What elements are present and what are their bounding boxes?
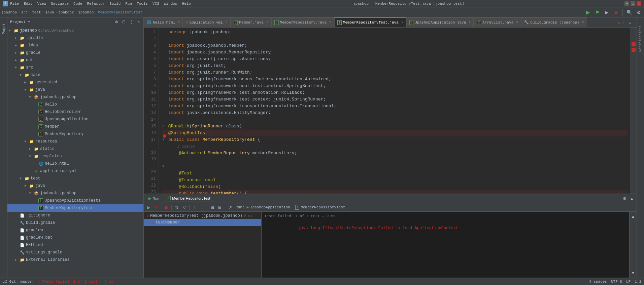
tree-item-gradle[interactable]: ▶ 📁 gradle: [7, 49, 143, 56]
tab-build-gradle[interactable]: 🔧 build.gradle (jpashop) ×: [521, 17, 587, 27]
expand-all-btn[interactable]: ⊞: [209, 204, 216, 211]
menu-navigate[interactable]: Navigate: [49, 2, 71, 6]
tree-item-main[interactable]: ▼ 📁 main: [7, 71, 143, 79]
tree-item-jpashop-app[interactable]: ▶ C JpashopApplication: [7, 116, 143, 123]
bottom-tab-member-test[interactable]: T MemberRepositoryTest: [163, 195, 213, 202]
menu-build[interactable]: Build: [107, 2, 123, 6]
tree-item-gradlew[interactable]: ▶ 📄 gradlew: [7, 227, 143, 234]
tree-item-hello-html[interactable]: ▶ 🌐 hello.html: [7, 160, 143, 167]
menu-window[interactable]: Window: [162, 2, 179, 6]
breadcrumb-item-1[interactable]: src: [21, 10, 28, 14]
maximize-button[interactable]: □: [631, 1, 635, 6]
menu-run[interactable]: Run: [123, 2, 134, 6]
bottom-tab-run[interactable]: ▶ Run: [145, 195, 163, 202]
tab-close-member[interactable]: ×: [266, 21, 268, 24]
tab-jpashop-application[interactable]: C JpashopApplication.java ×: [406, 17, 474, 27]
tab-close-hello-html[interactable]: ×: [178, 21, 180, 24]
tab-close-member-repo[interactable]: ×: [329, 21, 331, 24]
menu-vcs[interactable]: VCS: [150, 2, 161, 6]
tab-list-button[interactable]: ≡: [626, 19, 634, 27]
tab-close-build-gradle[interactable]: ×: [582, 21, 584, 24]
stop-test-btn[interactable]: ■: [163, 204, 170, 211]
bottom-expand-btn[interactable]: ▲: [629, 195, 635, 202]
tree-item-jpabook-jpashop[interactable]: ▼ 📦 jpabook.jpashop: [7, 93, 143, 101]
console-scroll-down[interactable]: ▼: [630, 270, 637, 276]
prev-fail-btn[interactable]: ↑: [191, 204, 198, 211]
notifications-panel[interactable]: Notifications: [639, 26, 642, 52]
tree-item-jpabook-test[interactable]: ▼ 📦 jpabook.jpashop: [7, 190, 143, 197]
breadcrumb-item-5[interactable]: jpashop: [78, 10, 94, 14]
stop-button[interactable]: ■: [612, 8, 620, 16]
search-everywhere[interactable]: 🔍: [625, 8, 633, 16]
indent-info[interactable]: 4 spaces: [589, 280, 607, 284]
tab-member-java[interactable]: C Member.java ×: [231, 17, 271, 27]
debug-button[interactable]: ⚑: [593, 8, 601, 16]
tab-hello-html[interactable]: 🌐 hello.html ×: [144, 17, 183, 27]
sidebar-settings-btn[interactable]: ⋮: [128, 18, 135, 25]
bottom-settings-btn[interactable]: ⚙: [621, 195, 628, 202]
tab-arraylist[interactable]: C ArrayList.java ×: [474, 17, 521, 27]
breadcrumb-item-6[interactable]: MemberRepositoryTest: [98, 10, 142, 14]
run-test-btn[interactable]: ▶: [145, 204, 152, 211]
close-button[interactable]: ✕: [637, 1, 641, 6]
tree-item-static[interactable]: ▶ 📁 static: [7, 145, 143, 153]
run-button[interactable]: ▶: [584, 8, 592, 16]
menu-file[interactable]: File: [8, 2, 21, 6]
tree-item-idea[interactable]: ▶ 📁 .idea: [7, 42, 143, 49]
menu-refactor[interactable]: Refactor: [85, 2, 107, 6]
tree-item-help-md[interactable]: ▶ 📄 HELP.md: [7, 241, 143, 249]
tree-item-external-libs[interactable]: ▶ 📁 External Libraries: [7, 256, 143, 263]
next-fail-btn[interactable]: ↓: [199, 204, 205, 211]
tree-item-generated[interactable]: ▶ 📁 generated: [7, 79, 143, 86]
tree-item-out[interactable]: ▶ 📁 out: [7, 56, 143, 64]
tab-member-repository-java[interactable]: C MemberRepository.java ×: [271, 17, 334, 27]
tree-item-jpashop-tests[interactable]: ▶ T JpashopApplicationTests: [7, 197, 143, 204]
collapse-all-btn[interactable]: ⊟: [216, 204, 223, 211]
git-branch[interactable]: ⎇ Git: master: [3, 279, 34, 284]
breadcrumb-item-2[interactable]: test: [32, 10, 41, 14]
cursor-position[interactable]: 1:1: [635, 280, 641, 284]
code-content[interactable]: package jpabook.jpashop; import jpabook.…: [159, 28, 630, 194]
tree-item-hello-controller[interactable]: ▶ C HelloController: [7, 108, 143, 116]
tree-item-member-repository[interactable]: ▶ C MemberRepository: [7, 130, 143, 138]
settings-button[interactable]: ⚙: [635, 8, 643, 16]
tab-application-yml[interactable]: ⚙ application.yml ×: [183, 17, 231, 27]
console-scroll-up[interactable]: ▲: [630, 213, 637, 220]
tab-close-arraylist[interactable]: ×: [516, 21, 518, 24]
line-separator[interactable]: LF: [626, 280, 631, 284]
status-warnings[interactable]: ⚠ Tests failed: 1 of 1 test — 9 ms: [38, 279, 113, 284]
sidebar-collapse-btn[interactable]: ⊟: [121, 18, 127, 25]
menu-edit[interactable]: Edit: [22, 2, 34, 6]
encoding[interactable]: UTF-8: [611, 280, 622, 284]
tab-close-jpashop-app[interactable]: ×: [469, 21, 471, 24]
tree-item-hello[interactable]: ▶ C Hello: [7, 101, 143, 108]
menu-help[interactable]: Help: [180, 2, 193, 6]
sidebar-close-btn[interactable]: ×: [135, 18, 142, 25]
tree-item-build-gradle[interactable]: ▶ 🔧 build.gradle: [7, 219, 143, 227]
tree-item-settings-gradle[interactable]: ▶ 🔧 settings.gradle: [7, 249, 143, 256]
menu-tools[interactable]: Tools: [135, 2, 150, 6]
run-with-coverage[interactable]: ▶̈: [603, 8, 611, 16]
test-result-test-member[interactable]: ✕ testMember 9 ms: [144, 219, 261, 226]
tree-item-test[interactable]: ▼ 📁 test: [7, 175, 143, 182]
tree-item-application-yml[interactable]: ▶ ⚙ application.yml: [7, 167, 143, 175]
sidebar-locate-btn[interactable]: ⊕: [113, 18, 120, 25]
tab-project[interactable]: Project: [1, 19, 7, 39]
tree-item-src[interactable]: ▼ 📁 src: [7, 64, 143, 71]
tree-item-templates[interactable]: ▼ 📁 templates: [7, 153, 143, 160]
sort-btn[interactable]: ⇅: [173, 204, 180, 211]
tree-item-gradle-hidden[interactable]: ▶ 📁 .gradle: [7, 34, 143, 42]
tree-item-gradlew-bat[interactable]: ▶ 📄 gradlew.bat: [7, 234, 143, 241]
minimize-button[interactable]: ─: [624, 1, 629, 6]
tree-item-member[interactable]: ▶ C Member: [7, 123, 143, 130]
tab-member-repository-test[interactable]: T MemberRepositoryTest.java ×: [334, 17, 406, 27]
tree-item-jpashop-root[interactable]: ▼ 📁 jpashop C:\study\jpashop: [7, 27, 143, 34]
export-btn[interactable]: ↗: [227, 204, 234, 211]
tab-close-app-yml[interactable]: ×: [226, 21, 228, 24]
tree-item-java-test[interactable]: ▼ 📁 java: [7, 182, 143, 190]
breadcrumb-item-3[interactable]: java: [45, 10, 54, 14]
filter-btn[interactable]: ▽: [181, 204, 188, 211]
breadcrumb-item-0[interactable]: jpashop: [1, 10, 17, 14]
tree-item-member-repo-test[interactable]: ▶ T MemberRepositoryTest: [7, 204, 143, 212]
tree-item-gitignore[interactable]: ▶ 📄 .gitignore: [7, 212, 143, 219]
